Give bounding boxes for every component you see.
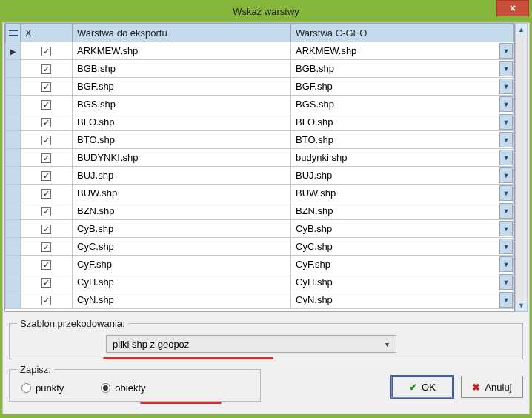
table-row[interactable]: ✓BGF.shpBGF.shp▼ (6, 78, 514, 96)
chevron-down-icon[interactable]: ▼ (499, 203, 513, 219)
row-indicator-cell (6, 202, 21, 220)
row-cgeo-value: BGS.shp (296, 99, 334, 110)
chevron-down-icon[interactable]: ▼ (499, 167, 513, 183)
row-cgeo-cell[interactable]: BGB.shp▼ (291, 60, 514, 78)
header-menu[interactable] (6, 24, 21, 42)
row-indicator-cell (6, 96, 21, 113)
row-checkbox[interactable]: ✓ (41, 225, 51, 234)
chevron-down-icon[interactable]: ▼ (499, 185, 513, 201)
table-row[interactable]: ✓BLO.shpBLO.shp▼ (6, 113, 514, 131)
radio-points-label: punkty (36, 382, 64, 394)
cancel-label: Anuluj (485, 382, 511, 393)
row-checkbox[interactable]: ✓ (41, 153, 51, 163)
row-checkbox-cell: ✓ (21, 273, 73, 291)
chevron-down-icon[interactable]: ▼ (499, 292, 513, 308)
scroll-up-button[interactable]: ▲ (516, 24, 527, 36)
table-row[interactable]: ✓BUDYNKI.shpbudynki.shp▼ (6, 149, 514, 167)
chevron-down-icon[interactable]: ▼ (499, 79, 513, 94)
row-export-cell: BGS.shp (73, 96, 291, 113)
row-checkbox[interactable]: ✓ (41, 47, 51, 56)
row-checkbox[interactable]: ✓ (41, 64, 51, 74)
row-cgeo-cell[interactable]: BLO.shp▼ (291, 113, 514, 131)
annotation-underline (103, 357, 273, 359)
radio-points[interactable]: punkty (21, 382, 64, 394)
row-cgeo-value: budynki.shp (296, 152, 347, 163)
header-cgeo[interactable]: Warstwa C-GEO (291, 24, 514, 42)
row-checkbox[interactable]: ✓ (41, 189, 51, 199)
row-checkbox-cell: ✓ (21, 96, 73, 113)
table-row[interactable]: ✓CyC.shpCyC.shp▼ (6, 238, 514, 256)
table-row[interactable]: ✓BUW.shpBUW.shp▼ (6, 185, 514, 202)
header-export[interactable]: Warstwa do eksportu (73, 24, 291, 42)
row-cgeo-value: BUJ.shp (296, 170, 332, 181)
row-checkbox[interactable]: ✓ (41, 207, 51, 216)
row-cgeo-cell[interactable]: BUJ.shp▼ (291, 167, 514, 185)
layers-table: X Warstwa do eksportu Warstwa C-GEO ▶✓AR… (5, 24, 514, 309)
chevron-down-icon: ▾ (381, 340, 393, 348)
row-checkbox[interactable]: ✓ (41, 260, 51, 270)
hamburger-icon (9, 29, 18, 36)
table-row[interactable]: ✓BGS.shpBGS.shp▼ (6, 96, 514, 113)
row-checkbox[interactable]: ✓ (41, 171, 51, 181)
row-export-cell: CyF.shp (73, 256, 291, 273)
chevron-down-icon[interactable]: ▼ (499, 132, 513, 147)
table-row[interactable]: ▶✓ARKMEW.shpARKMEW.shp▼ (6, 42, 514, 60)
row-cgeo-cell[interactable]: BZN.shp▼ (291, 202, 514, 220)
ok-button[interactable]: ✔ OK (391, 376, 453, 398)
row-cgeo-cell[interactable]: CyB.shp▼ (291, 220, 514, 238)
row-checkbox-cell: ✓ (21, 256, 73, 273)
row-cgeo-cell[interactable]: BGF.shp▼ (291, 78, 514, 96)
row-indicator-cell (6, 220, 21, 238)
table-viewport: X Warstwa do eksportu Warstwa C-GEO ▶✓AR… (4, 23, 515, 312)
chevron-down-icon[interactable]: ▼ (499, 96, 513, 112)
table-row[interactable]: ✓CyH.shpCyH.shp▼ (6, 273, 514, 291)
cancel-button[interactable]: ✖ Anuluj (461, 376, 523, 398)
chevron-down-icon[interactable]: ▼ (499, 221, 513, 236)
table-row[interactable]: ✓BTO.shpBTO.shp▼ (6, 131, 514, 149)
chevron-down-icon[interactable]: ▼ (499, 43, 513, 59)
table-row[interactable]: ✓CyF.shpCyF.shp▼ (6, 256, 514, 273)
row-checkbox[interactable]: ✓ (41, 242, 51, 252)
row-cgeo-cell[interactable]: CyN.shp▼ (291, 291, 514, 309)
row-cgeo-cell[interactable]: BTO.shp▼ (291, 131, 514, 149)
row-cgeo-cell[interactable]: CyC.shp▼ (291, 238, 514, 256)
chevron-down-icon[interactable]: ▼ (499, 150, 513, 165)
chevron-down-icon[interactable]: ▼ (499, 274, 513, 290)
scroll-down-button[interactable]: ▼ (516, 299, 527, 311)
row-indicator-cell: ▶ (6, 42, 21, 60)
table-row[interactable]: ✓BUJ.shpBUJ.shp▼ (6, 167, 514, 185)
radio-objects[interactable]: obiekty (101, 382, 145, 394)
header-x[interactable]: X (21, 24, 73, 42)
row-cgeo-cell[interactable]: BGS.shp▼ (291, 96, 514, 113)
row-cgeo-cell[interactable]: ARKMEW.shp▼ (291, 42, 514, 60)
close-button[interactable]: × (496, 0, 529, 16)
row-cgeo-cell[interactable]: budynki.shp▼ (291, 149, 514, 167)
table-row[interactable]: ✓CyB.shpCyB.shp▼ (6, 220, 514, 238)
table-row[interactable]: ✓CyN.shpCyN.shp▼ (6, 291, 514, 309)
table-row[interactable]: ✓BZN.shpBZN.shp▼ (6, 202, 514, 220)
scroll-track[interactable] (516, 36, 527, 299)
row-checkbox[interactable]: ✓ (41, 296, 51, 305)
vertical-scrollbar[interactable]: ▲ ▼ (515, 23, 528, 312)
row-cgeo-cell[interactable]: CyH.shp▼ (291, 273, 514, 291)
row-cgeo-cell[interactable]: BUW.shp▼ (291, 185, 514, 202)
chevron-down-icon[interactable]: ▼ (499, 256, 513, 272)
chevron-down-icon[interactable]: ▼ (499, 239, 513, 254)
chevron-down-icon[interactable]: ▼ (499, 114, 513, 130)
window-title: Wskaż warstwy (233, 6, 299, 17)
row-checkbox[interactable]: ✓ (41, 136, 51, 145)
row-indicator-cell (6, 238, 21, 256)
row-checkbox[interactable]: ✓ (41, 100, 51, 110)
row-export-cell: BUW.shp (73, 185, 291, 202)
row-checkbox-cell: ✓ (21, 167, 73, 185)
template-combobox[interactable]: pliki shp z geopoz ▾ (106, 335, 396, 353)
row-checkbox[interactable]: ✓ (41, 278, 51, 288)
row-checkbox[interactable]: ✓ (41, 118, 51, 127)
chevron-down-icon[interactable]: ▼ (499, 61, 513, 76)
template-fieldset: Szablon przekodowania: pliki shp z geopo… (9, 318, 523, 359)
row-checkbox-cell: ✓ (21, 202, 73, 220)
row-checkbox[interactable]: ✓ (41, 82, 51, 92)
row-cgeo-cell[interactable]: CyF.shp▼ (291, 256, 514, 273)
table-row[interactable]: ✓BGB.shpBGB.shp▼ (6, 60, 514, 78)
row-cgeo-value: BGB.shp (296, 63, 334, 74)
